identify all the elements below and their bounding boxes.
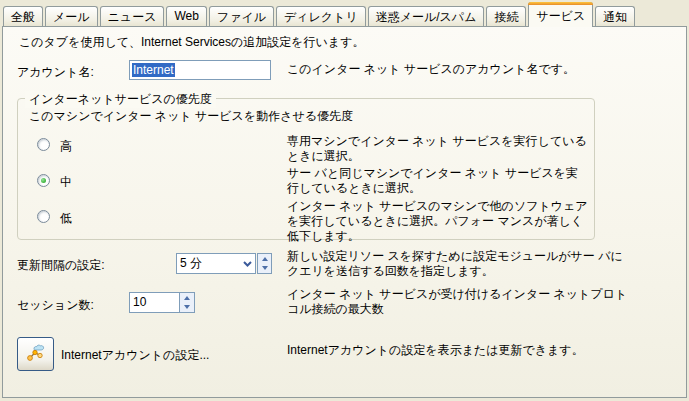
account-name-description: このインター ネット サービスのアカウント名です。	[287, 62, 627, 77]
tab-news[interactable]: ニュース	[100, 6, 165, 26]
internet-accounts-button-label: Internetアカウントの設定...	[61, 347, 209, 364]
radio-priority-medium[interactable]	[37, 174, 50, 187]
update-interval-combobox[interactable]: 5 分	[176, 253, 256, 274]
tab-mail[interactable]: メール	[45, 6, 98, 26]
update-interval-value: 5 分	[177, 255, 239, 272]
sessions-spinner	[179, 293, 194, 312]
priority-group-title: インターネットサービスの優先度	[25, 91, 216, 108]
tab-connection[interactable]: 接続	[486, 6, 526, 26]
tab-web[interactable]: Web	[166, 6, 206, 26]
radio-priority-high[interactable]	[37, 138, 50, 151]
services-tab-page: このタブを使用して、Internet Servicesの追加設定を行います。 ア…	[2, 26, 687, 398]
spin-down-icon[interactable]	[258, 264, 271, 274]
priority-low-description: インター ネット サービスのマシンで他のソフトウェアを実行しているときに選択。パ…	[287, 199, 589, 244]
account-name-input[interactable]: Internet	[129, 60, 271, 80]
tab-services[interactable]: サービス	[528, 2, 593, 27]
internet-accounts-button[interactable]	[17, 337, 54, 371]
spin-up-icon[interactable]	[258, 254, 271, 264]
radio-priority-medium-label: 中	[60, 174, 72, 191]
spin-up-icon[interactable]	[180, 293, 194, 303]
priority-subtitle: このマシンでインター ネット サービスを動作させる優先度	[29, 108, 353, 125]
tab-junk-mail-spam[interactable]: 迷惑メール/スパム	[368, 6, 485, 26]
sessions-value: 10	[130, 293, 179, 312]
sessions-label: セッション数:	[17, 297, 94, 314]
spin-down-icon[interactable]	[180, 303, 194, 313]
radio-priority-low[interactable]	[37, 210, 50, 223]
sessions-input[interactable]: 10	[129, 292, 195, 313]
chevron-down-icon[interactable]	[239, 254, 255, 273]
tab-directory[interactable]: ディレクトリ	[276, 6, 366, 26]
tab-file[interactable]: ファイル	[209, 6, 274, 26]
tab-notification[interactable]: 通知	[595, 6, 635, 26]
internet-accounts-description: Internetアカウントの設定を表示または更新できます。	[287, 343, 632, 358]
radio-priority-low-label: 低	[60, 210, 72, 227]
tab-general[interactable]: 全般	[3, 6, 43, 26]
account-name-label: アカウント名:	[17, 64, 94, 81]
network-cloud-icon	[25, 342, 47, 367]
priority-medium-description: サー バと同じマシンでインター ネット サービスを実行しているときに選択。	[287, 166, 589, 196]
account-name-value: Internet	[132, 63, 175, 77]
priority-high-description: 専用マシンでインター ネット サービスを実行しているときに選択。	[287, 134, 589, 164]
radio-priority-high-label: 高	[60, 138, 72, 155]
update-interval-label: 更新間隔の設定:	[17, 257, 105, 274]
tab-strip: 全般 メール ニュース Web ファイル ディレクトリ 迷惑メール/スパム 接続…	[3, 2, 637, 26]
update-interval-description: 新しい設定リソー スを探すために設定モジュールがサー バにクエリを送信する回数を…	[287, 249, 632, 279]
sessions-description: インター ネット サービスが受け付けるインター ネットプロトコル接続の最大数	[287, 287, 632, 317]
preferences-dialog: 全般 メール ニュース Web ファイル ディレクトリ 迷惑メール/スパム 接続…	[0, 0, 689, 401]
update-interval-spinner	[257, 253, 272, 274]
intro-text: このタブを使用して、Internet Servicesの追加設定を行います。	[19, 34, 364, 51]
